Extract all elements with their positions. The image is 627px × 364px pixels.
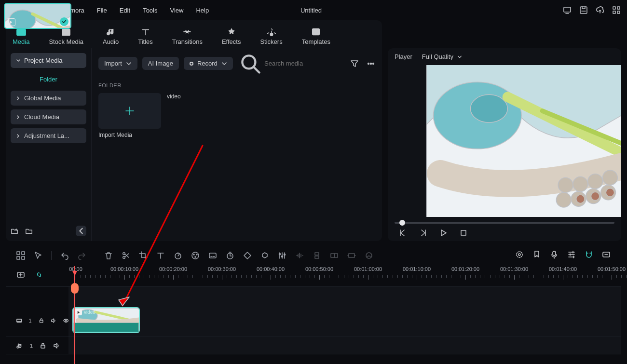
layout-grid-icon[interactable] [16,251,25,260]
menu-view[interactable]: View [170,7,183,14]
keyframe-icon[interactable] [243,251,252,260]
tab-media[interactable]: Media [13,27,29,48]
tab-effects[interactable]: Effects [222,27,241,48]
folder-icon[interactable] [25,227,33,235]
tab-audio[interactable]: Audio [103,27,119,48]
speed-icon[interactable] [174,251,182,260]
fit-icon[interactable] [602,250,611,259]
svg-rect-66 [41,345,45,348]
cursor-icon[interactable] [34,251,42,260]
import-media-card[interactable]: Import Media [98,93,161,138]
upload-icon[interactable] [596,6,604,14]
mic-icon[interactable] [550,250,559,259]
audio-track-1[interactable]: 1 [6,337,621,354]
detach-icon[interactable] [313,251,321,260]
audio-track-body[interactable] [68,337,621,354]
media-clip-card[interactable]: video [167,93,230,138]
sidebar-item-adjustment-layer[interactable]: Adjustment La... [11,128,86,143]
menu-help[interactable]: Help [196,7,209,14]
play-icon[interactable] [439,229,448,237]
ai-image-button[interactable]: AI Image [142,57,179,70]
grid-icon[interactable] [613,6,620,14]
spacer-track [6,287,621,304]
motion-icon[interactable] [347,251,356,260]
title-bar: Wondershare Filmora File Edit Tools View… [0,0,627,20]
mute-icon[interactable] [51,317,56,324]
group-icon[interactable] [330,251,339,260]
crop-icon[interactable] [139,251,148,260]
svg-rect-35 [17,252,20,255]
ai-icon[interactable] [365,251,373,260]
filter-icon[interactable] [350,59,359,68]
save-icon[interactable] [580,6,587,14]
menu-edit[interactable]: Edit [120,7,130,14]
search-box[interactable] [240,53,345,74]
marker-icon[interactable] [532,250,541,259]
tab-stickers[interactable]: Stickers [260,27,282,48]
import-button[interactable]: Import [98,57,137,70]
redo-icon[interactable] [78,251,86,260]
stop-icon[interactable] [459,229,468,237]
mixer-icon[interactable] [567,250,576,259]
audio-track-head: 1 [6,337,68,354]
tab-templates[interactable]: Templates [302,27,330,48]
tab-stock[interactable]: Stock Media [49,27,83,48]
audio-track-icon [16,342,23,349]
track-add-icon[interactable] [16,270,25,279]
player-title: Player [395,53,412,60]
mask-icon[interactable] [260,251,269,260]
split-icon[interactable] [122,251,130,260]
text-icon[interactable] [156,251,165,260]
audio-icon[interactable] [295,251,304,260]
ruler-timestamp: 00:00:20:00 [159,266,187,272]
color-icon[interactable] [191,251,200,260]
record-button[interactable]: Record [184,57,233,70]
sidebar-item-cloud-media[interactable]: Cloud Media [11,109,86,124]
sidebar-item-project-media[interactable]: Project Media [11,53,86,68]
collapse-sidebar-button[interactable] [76,226,86,236]
clip-thumb[interactable] [4,3,71,29]
more-icon[interactable] [367,59,375,68]
timeline-clip[interactable]: video [72,307,140,333]
new-folder-icon[interactable] [11,227,18,235]
svg-point-48 [279,254,281,255]
quality-select[interactable]: Full Quality [422,53,462,60]
adjust-icon[interactable] [278,251,286,260]
next-frame-icon[interactable] [419,229,427,237]
import-thumb[interactable] [98,93,161,129]
timer-icon[interactable] [226,251,234,260]
menu-file[interactable]: File [97,7,107,14]
lock-icon[interactable] [39,317,44,324]
player-preview[interactable] [426,65,621,217]
player-progress[interactable] [395,222,614,224]
ruler-timestamp: 00:01:50:00 [598,266,626,272]
prev-frame-icon[interactable] [398,229,407,237]
tab-stickers-label: Stickers [260,38,282,45]
lock-icon[interactable] [40,342,46,349]
link-icon[interactable] [35,270,43,279]
svg-rect-7 [617,11,620,13]
eye-icon[interactable] [63,317,68,324]
tab-effects-label: Effects [222,38,241,45]
caption-icon[interactable] [208,251,217,260]
video-track-1[interactable]: 1 video [6,304,621,337]
render-icon[interactable] [515,250,524,259]
tab-transitions[interactable]: Transitions [172,27,203,48]
display-icon[interactable] [563,6,571,14]
search-input[interactable] [264,60,345,67]
progress-knob[interactable] [399,220,405,226]
undo-icon[interactable] [60,251,69,260]
mute-icon[interactable] [53,342,60,349]
ai-image-label: AI Image [148,60,173,67]
time-ruler[interactable]: 00:0000:00:10:0000:00:20:0000:00:30:0000… [68,266,621,283]
play-badge-icon [7,18,15,26]
menu-tools[interactable]: Tools [143,7,157,14]
record-dot-icon [190,62,193,66]
magnet-icon[interactable] [585,250,593,259]
tab-titles[interactable]: Titles [138,27,153,48]
sidebar-item-global-media[interactable]: Global Media [11,91,86,106]
delete-icon[interactable] [104,251,113,260]
svg-point-43 [193,254,194,255]
sidebar-item-folder[interactable]: Folder [11,72,86,87]
video-track-body[interactable]: video [68,304,621,337]
